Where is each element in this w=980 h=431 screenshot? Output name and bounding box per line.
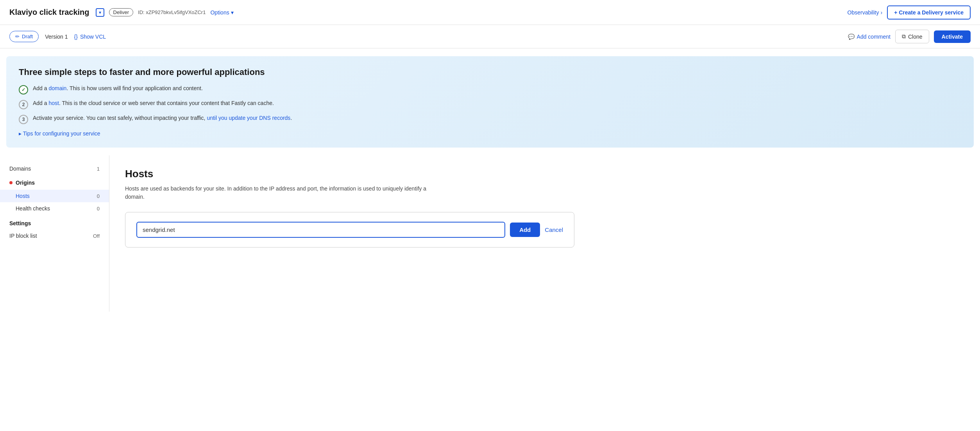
activate-button[interactable]: Activate (934, 30, 971, 43)
clone-icon: ⧉ (902, 33, 906, 40)
top-nav: Klaviyo click tracking ▾ Deliver ID: xZP… (0, 0, 980, 25)
getting-started-banner: Three simple steps to faster and more po… (6, 56, 974, 148)
step-3: 3 Activate your service. You can test sa… (19, 115, 961, 124)
add-button[interactable]: Add (510, 223, 540, 237)
host-input[interactable] (136, 222, 505, 238)
step-2-text: Add a host. This is the cloud service or… (33, 100, 274, 106)
content-title: Hosts (125, 168, 964, 180)
host-input-box: Add Cancel (125, 212, 574, 248)
main-content: Hosts Hosts are used as backends for you… (109, 155, 980, 312)
version-label: Version 1 (45, 34, 68, 40)
options-button[interactable]: Options (210, 9, 233, 16)
options-chevron-icon (231, 9, 234, 16)
sidebar: Domains 1 Origins Hosts 0 Health checks … (0, 155, 109, 312)
sidebar-subitem-health-checks[interactable]: Health checks 0 (0, 202, 109, 215)
edit-icon: ✏ (15, 34, 20, 39)
sidebar-settings-heading: Settings (0, 215, 109, 229)
sidebar-item-ip-block-list[interactable]: IP block list Off (0, 229, 109, 243)
sidebar-item-origins[interactable]: Origins (0, 176, 109, 190)
step-1-icon: ✓ (19, 85, 28, 94)
deliver-badge: Deliver (109, 8, 133, 16)
host-input-row: Add Cancel (136, 222, 563, 238)
tips-link[interactable]: ▸ Tips for configuring your service (19, 130, 961, 137)
step-2-icon: 2 (19, 100, 28, 109)
draft-button[interactable]: ✏ Draft (9, 31, 39, 42)
origins-dot-icon (9, 181, 13, 184)
show-vcl-button[interactable]: {} Show VCL (74, 34, 106, 40)
dns-link[interactable]: until you update your DNS records (207, 115, 290, 121)
service-id: ID: xZP927bkvLv5ifgVXoZCr1 (138, 9, 206, 15)
step-3-text: Activate your service. You can test safe… (33, 115, 292, 121)
domain-link[interactable]: domain (48, 85, 66, 91)
banner-title: Three simple steps to faster and more po… (19, 67, 961, 77)
sidebar-item-domains[interactable]: Domains 1 (0, 162, 109, 176)
content-description: Hosts are used as backends for your site… (125, 185, 445, 201)
service-dropdown-button[interactable]: ▾ (96, 8, 104, 17)
steps-list: ✓ Add a domain. This is how users will f… (19, 85, 961, 124)
step-3-icon: 3 (19, 115, 28, 124)
create-delivery-service-button[interactable]: + Create a Delivery service (887, 5, 971, 20)
step-1: ✓ Add a domain. This is how users will f… (19, 85, 961, 94)
clone-button[interactable]: ⧉ Clone (895, 30, 929, 43)
host-link[interactable]: host (48, 100, 59, 106)
main-layout: Domains 1 Origins Hosts 0 Health checks … (0, 155, 980, 312)
observability-link[interactable]: Observability › (848, 9, 883, 16)
cancel-button[interactable]: Cancel (545, 226, 563, 233)
service-title: Klaviyo click tracking (9, 8, 89, 17)
step-2: 2 Add a host. This is the cloud service … (19, 100, 961, 109)
step-1-text: Add a domain. This is how users will fin… (33, 85, 203, 91)
add-comment-button[interactable]: 💬 Add comment (848, 34, 891, 40)
vcl-icon: {} (74, 34, 78, 40)
comment-icon: 💬 (848, 34, 855, 40)
sidebar-subitem-hosts[interactable]: Hosts 0 (0, 190, 109, 202)
observability-arrow-icon: › (880, 9, 882, 16)
toolbar: ✏ Draft Version 1 {} Show VCL 💬 Add comm… (0, 25, 980, 48)
